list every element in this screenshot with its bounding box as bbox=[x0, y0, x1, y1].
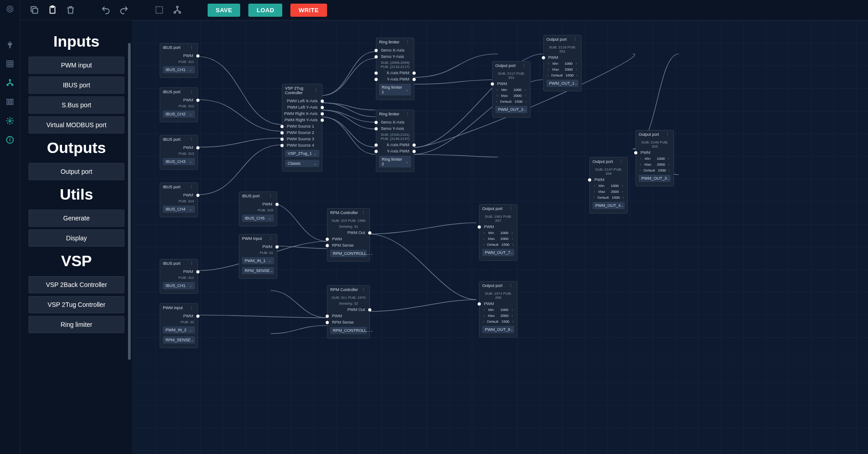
svg-point-1 bbox=[9, 8, 11, 10]
svg-rect-14 bbox=[9, 99, 11, 105]
palette-item[interactable]: Display bbox=[28, 229, 124, 247]
svg-point-9 bbox=[12, 84, 13, 86]
node-out1[interactable]: Output port⋮ SUB: 2116 PUB: 201 PWM ‹Min… bbox=[543, 35, 582, 91]
plug-icon[interactable] bbox=[5, 40, 14, 49]
palette-item[interactable]: Output port bbox=[28, 163, 124, 180]
section-title: Outputs bbox=[25, 139, 128, 157]
node-vsp[interactable]: VSP 2Tug Controller⋮ PWM Left X-Axis PWM… bbox=[282, 84, 323, 172]
port-label: PWM bbox=[183, 53, 198, 58]
node-rpm2[interactable]: RPM Controller⋮ SUB: 311 PUB: 1976 Sensi… bbox=[327, 285, 370, 339]
node-out3[interactable]: Output port⋮ SUB: 2146 PUB: 203 PWM ‹Min… bbox=[636, 130, 674, 186]
node-ibus5[interactable]: IBUS port⋮ PWM PUB: 315 IBUS_CH5⌄ bbox=[239, 191, 277, 226]
load-button[interactable]: LOAD bbox=[248, 4, 282, 17]
left-rail bbox=[0, 0, 20, 454]
svg-line-28 bbox=[175, 10, 178, 12]
node-out4[interactable]: Output port⋮ SUB: 2147 PUB: 204 PWM ‹Min… bbox=[589, 157, 628, 214]
grid-icon[interactable] bbox=[5, 59, 14, 68]
section-title: Utils bbox=[25, 186, 128, 203]
svg-point-26 bbox=[179, 12, 181, 14]
svg-point-25 bbox=[174, 12, 176, 14]
select-ibus2[interactable]: IBUS_CH2⌄ bbox=[163, 110, 195, 118]
copy-icon[interactable] bbox=[29, 5, 39, 15]
svg-rect-13 bbox=[7, 99, 8, 105]
palette-item[interactable]: Generate bbox=[28, 210, 124, 227]
svg-line-11 bbox=[8, 83, 10, 84]
port-dot[interactable] bbox=[196, 54, 199, 57]
undo-icon[interactable] bbox=[101, 5, 111, 15]
redo-icon[interactable] bbox=[119, 5, 129, 15]
node-out2[interactable]: Output port⋮ SUB: 2117 PUB: 201 PWM ‹Min… bbox=[492, 61, 531, 118]
node-title: IBUS port bbox=[163, 45, 180, 50]
svg-point-16 bbox=[9, 120, 11, 122]
svg-rect-15 bbox=[12, 99, 13, 105]
node-ring2[interactable]: Ring limiter⋮ Servo X-Axis Servo Y-Axis … bbox=[376, 110, 414, 172]
svg-rect-20 bbox=[33, 8, 38, 13]
svg-line-12 bbox=[10, 83, 12, 84]
chevron-down-icon: ⌄ bbox=[189, 68, 192, 72]
palette-item[interactable]: Virtual MODBUS port bbox=[28, 116, 124, 134]
section-title: Inputs bbox=[25, 33, 128, 50]
info-icon[interactable] bbox=[5, 135, 14, 144]
node-ibus6[interactable]: IBUS port⋮ PWM PUB: 311 IBUS_CH1⌄ bbox=[160, 259, 198, 294]
palette-item[interactable]: PWM input bbox=[28, 57, 124, 74]
node-pwmin2[interactable]: PWM input⋮ PWM PUB: 32 PWM_IN_2⌄ RPM_SEN… bbox=[160, 303, 198, 348]
palette-item[interactable]: VSP 2Back Controller bbox=[28, 276, 124, 293]
toolbar: SAVE LOAD WRITE bbox=[20, 0, 868, 20]
node-title: IBUS port bbox=[163, 90, 180, 94]
node-rpm1[interactable]: RPM Controller⋮ SUB: 315 PUB: 1966 Sensi… bbox=[327, 208, 370, 262]
palette-item[interactable]: VSP 2Tug Controller bbox=[28, 296, 124, 313]
node-ibus1[interactable]: IBUS port⋮ PWM PUB: 311 IBUS_CH1⌄ bbox=[160, 43, 198, 78]
node-ibus3[interactable]: IBUS port⋮ PWM PUB: 313 IBUS_CH3⌄ bbox=[160, 135, 198, 170]
pub-label: PUB: 311 bbox=[160, 59, 198, 65]
node-out7[interactable]: Output port⋮ SUB: 1961 PUB: 207 PWM ‹Min… bbox=[479, 204, 517, 261]
select-ibus1[interactable]: IBUS_CH1⌄ bbox=[163, 66, 195, 73]
more-icon[interactable]: ⋮ bbox=[188, 90, 195, 94]
svg-point-19 bbox=[10, 138, 10, 139]
svg-point-7 bbox=[9, 80, 11, 81]
trash-icon[interactable] bbox=[66, 5, 76, 15]
more-icon[interactable]: ⋮ bbox=[188, 45, 195, 50]
scrollbar[interactable] bbox=[128, 43, 132, 369]
node-out8[interactable]: Output port⋮ SUB: 1971 PUB: 208 PWM ‹Min… bbox=[479, 281, 517, 338]
palette-sidebar: InputsPWM inputIBUS portS.Bus portVirtua… bbox=[20, 20, 133, 454]
palette-item[interactable]: IBUS port bbox=[28, 76, 124, 94]
logo-icon bbox=[5, 5, 14, 14]
node-ring1[interactable]: Ring limiter⋮ Servo X-Axis Servo Y-Axis … bbox=[376, 38, 414, 100]
svg-rect-2 bbox=[7, 61, 13, 67]
palette-item[interactable]: Ring limiter bbox=[28, 316, 124, 333]
paste-icon[interactable] bbox=[47, 5, 57, 15]
select-icon[interactable] bbox=[154, 5, 164, 15]
columns-icon[interactable] bbox=[5, 97, 14, 106]
svg-line-29 bbox=[177, 10, 180, 12]
svg-point-24 bbox=[176, 6, 178, 8]
tree-icon[interactable] bbox=[5, 78, 14, 87]
write-button[interactable]: WRITE bbox=[290, 4, 327, 17]
palette-item[interactable]: S.Bus port bbox=[28, 96, 124, 114]
node-icon[interactable] bbox=[172, 5, 182, 15]
save-button[interactable]: SAVE bbox=[208, 4, 240, 17]
canvas[interactable]: IBUS port⋮ PWM PUB: 311 IBUS_CH1⌄ IBUS p… bbox=[133, 20, 868, 454]
section-title: VSP bbox=[25, 252, 128, 270]
svg-rect-23 bbox=[156, 7, 163, 14]
node-ibus4[interactable]: IBUS port⋮ PWM PUB: 314 IBUS_CH4⌄ bbox=[160, 182, 198, 217]
svg-point-0 bbox=[7, 6, 13, 12]
svg-point-8 bbox=[7, 84, 8, 86]
gear-icon[interactable] bbox=[5, 116, 14, 125]
node-pwmin1[interactable]: PWM input⋮ PWM PUB: 31 PWM_IN_1⌄ RPM_SEN… bbox=[239, 234, 277, 279]
node-ibus2[interactable]: IBUS port⋮ PWM PUB: 312 IBUS_CH2⌄ bbox=[160, 87, 198, 122]
